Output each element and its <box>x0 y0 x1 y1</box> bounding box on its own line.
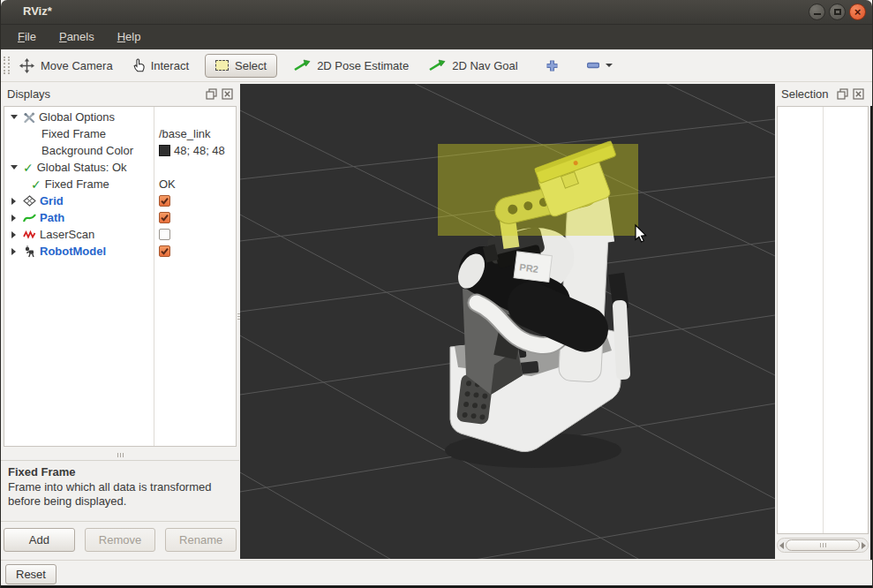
tree-row-laserscan[interactable]: LaserScan <box>4 226 236 243</box>
expander-closed-icon[interactable] <box>11 198 16 205</box>
selection-column-divider <box>823 107 824 533</box>
row-label: LaserScan <box>40 228 94 241</box>
menu-file[interactable]: File <box>6 25 48 49</box>
toolbar-drag-handle[interactable] <box>4 57 10 74</box>
nav-goal-tool[interactable]: 2D Nav Goal <box>418 59 527 72</box>
minimize-button[interactable] <box>809 4 825 20</box>
row-label: Background Color <box>41 144 133 157</box>
row-label: Fixed Frame <box>45 177 109 191</box>
interact-tool[interactable]: Interact <box>123 58 199 72</box>
menubar: File Panels Help <box>1 25 872 49</box>
grid-checkbox[interactable] <box>159 195 170 207</box>
tree-row-path[interactable]: Path <box>4 209 236 226</box>
toolbar: Move Camera Interact Select 2D Pose Esti… <box>1 49 872 82</box>
close-icon: × <box>854 6 862 18</box>
row-label: Grid <box>40 194 64 207</box>
status-value: OK <box>159 177 176 191</box>
move-camera-tool[interactable]: Move Camera <box>10 58 123 73</box>
reset-button[interactable]: Reset <box>5 564 56 584</box>
chevron-down-icon[interactable] <box>606 64 613 67</box>
displays-tree: Global Options Fixed Frame /base_link Ba… <box>4 106 237 447</box>
displays-panel-title: Displays <box>7 87 206 101</box>
left-splitter-nub[interactable] <box>237 313 240 328</box>
3d-scene: PR2 <box>240 84 775 559</box>
status-ok-icon: ✓ <box>23 162 34 174</box>
property-help-box: Fixed Frame Frame into which all data is… <box>1 460 239 522</box>
render-viewport[interactable]: PR2 <box>240 84 775 559</box>
displays-panel-header: Displays <box>1 82 239 105</box>
selection-panel-title: Selection <box>781 87 837 101</box>
tree-row-background-color[interactable]: Background Color 48; 48; 48 <box>4 142 236 159</box>
expander-open-icon[interactable] <box>11 165 18 170</box>
selection-panel: Selection <box>775 82 870 560</box>
statusbar: Reset <box>1 560 872 588</box>
selection-hscrollbar[interactable] <box>777 538 869 553</box>
pose-estimate-tool[interactable]: 2D Pose Estimate <box>283 59 418 72</box>
panel-splitter-handle[interactable] <box>1 451 239 459</box>
remove-button: Remove <box>85 528 156 552</box>
row-label: Path <box>40 211 64 224</box>
select-tool[interactable]: Select <box>205 54 277 78</box>
expander-closed-icon[interactable] <box>11 231 16 238</box>
selection-panel-header: Selection <box>775 82 870 105</box>
select-rect-icon <box>215 60 229 71</box>
menu-panels[interactable]: Panels <box>48 25 106 49</box>
maximize-button[interactable] <box>829 4 846 20</box>
path-checkbox[interactable] <box>159 212 170 223</box>
expander-closed-icon[interactable] <box>11 248 16 255</box>
scrollbar-thumb[interactable] <box>786 539 860 551</box>
close-panel-icon[interactable] <box>222 88 233 100</box>
tree-row-fixed-frame[interactable]: Fixed Frame /base_link <box>4 125 236 142</box>
robotmodel-checkbox[interactable] <box>159 245 170 257</box>
hand-pointer-icon <box>132 58 145 72</box>
interact-label: Interact <box>151 59 189 72</box>
fixed-frame-value[interactable]: /base_link <box>159 127 211 140</box>
add-button[interactable]: Add <box>4 528 75 552</box>
menu-help[interactable]: Help <box>106 25 153 49</box>
laserscan-icon <box>23 229 36 240</box>
tree-row-fixed-frame-status[interactable]: ✓ Fixed Frame OK <box>4 176 236 192</box>
float-panel-icon[interactable] <box>837 88 848 100</box>
help-body: Frame into which all data is transformed… <box>8 480 220 509</box>
selection-rectangle[interactable] <box>438 144 638 236</box>
rename-button: Rename <box>165 528 237 552</box>
remove-tool-button[interactable] <box>582 62 618 69</box>
status-ok-icon: ✓ <box>31 178 41 191</box>
tools-icon <box>23 111 35 124</box>
titlebar[interactable]: RViz* × <box>1 0 872 25</box>
expander-closed-icon[interactable] <box>11 215 16 222</box>
tree-row-robotmodel[interactable]: RobotModel <box>4 243 236 260</box>
select-label: Select <box>235 59 267 72</box>
close-button[interactable]: × <box>849 4 866 20</box>
minimize-icon <box>814 13 821 15</box>
scroll-left-icon[interactable] <box>779 542 784 549</box>
float-panel-icon[interactable] <box>206 88 217 100</box>
scroll-right-icon[interactable] <box>862 542 866 549</box>
row-label: RobotModel <box>40 245 106 258</box>
plus-icon <box>546 59 559 72</box>
laserscan-checkbox[interactable] <box>159 229 170 240</box>
tree-row-global-status[interactable]: ✓ Global Status: Ok <box>4 159 236 176</box>
tree-row-global-options[interactable]: Global Options <box>4 109 236 125</box>
path-icon <box>23 212 36 223</box>
maximize-icon <box>834 9 841 15</box>
add-tool-button[interactable] <box>540 59 564 72</box>
expander-open-icon[interactable] <box>11 115 18 119</box>
nav-goal-label: 2D Nav Goal <box>452 59 517 72</box>
background-color-value[interactable]: 48; 48; 48 <box>174 144 225 157</box>
move-camera-label: Move Camera <box>41 59 113 72</box>
row-label: Global Options <box>39 110 115 124</box>
window-controls: × <box>809 4 866 20</box>
mouse-cursor <box>636 225 646 242</box>
green-arrow-icon <box>428 59 446 72</box>
tree-row-grid[interactable]: Grid <box>4 192 236 209</box>
pose-estimate-label: 2D Pose Estimate <box>317 59 409 72</box>
robot-icon <box>23 245 36 258</box>
green-arrow-icon <box>293 59 311 72</box>
row-label: Global Status: Ok <box>37 161 127 174</box>
minus-icon <box>587 62 599 69</box>
window-title: RViz* <box>23 4 52 18</box>
color-swatch[interactable] <box>159 145 170 156</box>
close-panel-icon[interactable] <box>853 88 864 100</box>
selection-list[interactable] <box>777 106 869 534</box>
